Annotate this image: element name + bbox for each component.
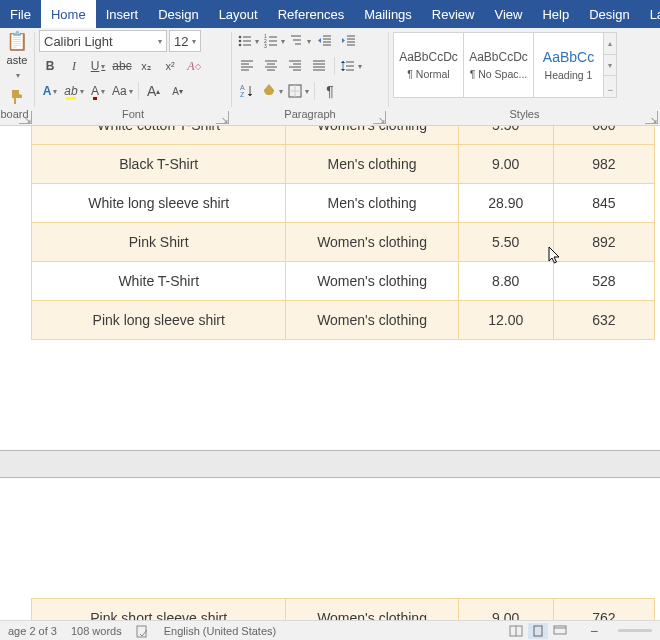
table-cell[interactable]: White T-Shirt	[32, 262, 286, 301]
tab-view[interactable]: View	[484, 0, 532, 28]
clear-formatting-button[interactable]: A◇	[183, 55, 205, 77]
view-print-button[interactable]	[528, 623, 548, 639]
paste-dropdown[interactable]	[10, 68, 24, 82]
table-cell[interactable]: 28.90	[458, 184, 553, 223]
font-name-combo[interactable]: Calibri Light▾	[39, 30, 167, 52]
table-row[interactable]: Pink ShirtWomen's clothing5.50892	[32, 223, 655, 262]
table-cell[interactable]: 5.50	[458, 223, 553, 262]
line-spacing-button[interactable]	[339, 55, 363, 77]
table-cell[interactable]: White cotton T-Shirt	[32, 126, 286, 145]
table-cell[interactable]: 892	[553, 223, 654, 262]
document-area[interactable]: White cotton T-ShirtWomen's clothing5.50…	[0, 126, 660, 620]
align-left-button[interactable]	[236, 55, 258, 77]
group-label-clipboard[interactable]: Clipboard	[0, 108, 34, 124]
italic-button[interactable]: I	[63, 55, 85, 77]
format-painter-button[interactable]	[6, 86, 28, 108]
table-row[interactable]: White T-ShirtWomen's clothing8.80528	[32, 262, 655, 301]
table-cell[interactable]: Women's clothing	[286, 599, 458, 621]
table-cell[interactable]: Pink Shirt	[32, 223, 286, 262]
strikethrough-button[interactable]: abc	[111, 55, 133, 77]
tab-references[interactable]: References	[268, 0, 354, 28]
align-right-button[interactable]	[284, 55, 306, 77]
superscript-button[interactable]: x²	[159, 55, 181, 77]
gallery-down-button[interactable]: ▾	[604, 55, 616, 77]
gallery-up-button[interactable]: ▴	[604, 33, 616, 55]
tab-layout[interactable]: Layout	[209, 0, 268, 28]
group-label-styles[interactable]: Styles	[389, 108, 660, 124]
table-cell[interactable]: 600	[553, 126, 654, 145]
highlight-button[interactable]: ab	[63, 80, 85, 102]
font-size-combo[interactable]: 12▾	[169, 30, 201, 52]
table-cell[interactable]: 9.00	[458, 599, 553, 621]
style-normal[interactable]: AaBbCcDc ¶ Normal	[393, 32, 463, 98]
status-language[interactable]: English (United States)	[164, 625, 277, 637]
justify-button[interactable]	[308, 55, 330, 77]
table-cell[interactable]: 5.50	[458, 126, 553, 145]
gallery-more-button[interactable]: ⎯	[604, 76, 616, 97]
tab-file[interactable]: File	[0, 0, 41, 28]
status-words[interactable]: 108 words	[71, 625, 122, 637]
table-cell[interactable]: Women's clothing	[286, 262, 458, 301]
decrease-indent-button[interactable]	[314, 30, 336, 52]
change-case-button[interactable]: Aa	[111, 80, 134, 102]
table-cell[interactable]: Women's clothing	[286, 126, 458, 145]
table-row[interactable]: Pink short sleeve shirtWomen's clothing9…	[32, 599, 655, 621]
table-cell[interactable]: 982	[553, 145, 654, 184]
table-cell[interactable]: White long sleeve shirt	[32, 184, 286, 223]
table-cell[interactable]: 9.00	[458, 145, 553, 184]
table-cell[interactable]: 8.80	[458, 262, 553, 301]
zoom-slider[interactable]	[618, 629, 652, 632]
tab-help[interactable]: Help	[532, 0, 579, 28]
document-table-2[interactable]: Pink short sleeve shirtWomen's clothing9…	[31, 598, 655, 620]
table-cell[interactable]: Pink long sleeve shirt	[32, 301, 286, 340]
tab-design[interactable]: Design	[148, 0, 208, 28]
table-cell[interactable]: Men's clothing	[286, 145, 458, 184]
paste-icon[interactable]: 📋	[6, 30, 28, 52]
style-no-spacing[interactable]: AaBbCcDc ¶ No Spac...	[463, 32, 533, 98]
increase-indent-button[interactable]	[338, 30, 360, 52]
bold-button[interactable]: B	[39, 55, 61, 77]
text-effects-button[interactable]: A	[39, 80, 61, 102]
table-cell[interactable]: Pink short sleeve shirt	[32, 599, 286, 621]
table-row[interactable]: White cotton T-ShirtWomen's clothing5.50…	[32, 126, 655, 145]
table-cell[interactable]: Women's clothing	[286, 301, 458, 340]
borders-button[interactable]	[286, 80, 310, 102]
table-cell[interactable]: 632	[553, 301, 654, 340]
subscript-button[interactable]: x₂	[135, 55, 157, 77]
font-color-button[interactable]: A	[87, 80, 109, 102]
multilevel-button[interactable]	[288, 30, 312, 52]
group-label-paragraph[interactable]: Paragraph	[232, 108, 388, 124]
bullets-button[interactable]	[236, 30, 260, 52]
table-cell[interactable]: 762	[553, 599, 654, 621]
document-table-1[interactable]: White cotton T-ShirtWomen's clothing5.50…	[31, 126, 655, 340]
table-cell[interactable]: Women's clothing	[286, 223, 458, 262]
status-page[interactable]: age 2 of 3	[8, 625, 57, 637]
tab-review[interactable]: Review	[422, 0, 485, 28]
view-read-button[interactable]	[506, 623, 526, 639]
tab-mailings[interactable]: Mailings	[354, 0, 422, 28]
tab-table-layout[interactable]: Layout	[640, 0, 660, 28]
underline-button[interactable]: U	[87, 55, 109, 77]
sort-button[interactable]: AZ	[236, 80, 258, 102]
table-cell[interactable]: 845	[553, 184, 654, 223]
style-heading1[interactable]: AaBbCc Heading 1	[533, 32, 603, 98]
table-cell[interactable]: Black T-Shirt	[32, 145, 286, 184]
view-web-button[interactable]	[550, 623, 570, 639]
zoom-out-button[interactable]: −	[584, 623, 604, 639]
group-label-font[interactable]: Font	[35, 108, 231, 124]
table-cell[interactable]: 12.00	[458, 301, 553, 340]
table-row[interactable]: Black T-ShirtMen's clothing9.00982	[32, 145, 655, 184]
align-center-button[interactable]	[260, 55, 282, 77]
grow-font-button[interactable]: A▴	[143, 80, 165, 102]
shrink-font-button[interactable]: A▾	[167, 80, 189, 102]
tab-table-design[interactable]: Design	[579, 0, 639, 28]
table-row[interactable]: Pink long sleeve shirtWomen's clothing12…	[32, 301, 655, 340]
table-cell[interactable]: 528	[553, 262, 654, 301]
table-row[interactable]: White long sleeve shirtMen's clothing28.…	[32, 184, 655, 223]
numbering-button[interactable]: 123	[262, 30, 286, 52]
table-cell[interactable]: Men's clothing	[286, 184, 458, 223]
shading-button[interactable]	[260, 80, 284, 102]
tab-insert[interactable]: Insert	[96, 0, 149, 28]
status-proofing-icon[interactable]	[136, 624, 150, 638]
tab-home[interactable]: Home	[41, 0, 96, 28]
